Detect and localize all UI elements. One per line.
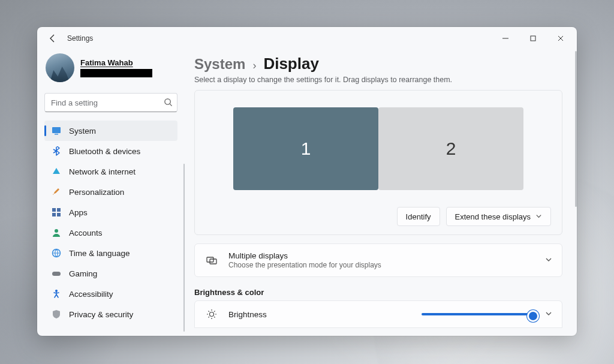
brightness-title: Brightness [228,310,412,319]
avatar [46,53,74,82]
monitor-label: 2 [446,139,456,159]
svg-rect-5 [57,208,61,212]
sidebar-item-label: Privacy & security [69,310,133,319]
person-icon [52,228,61,237]
svg-rect-4 [52,208,56,212]
nav-list: System Bluetooth & devices Network & int… [44,121,177,324]
sidebar-item-label: Accessibility [69,290,113,299]
settings-window: Settings Fatima Wahab [37,27,577,336]
multiple-displays-card[interactable]: Multiple displays Choose the presentatio… [194,243,562,277]
sidebar-item-accounts[interactable]: Accounts [44,222,177,243]
sidebar-item-label: System [69,127,96,136]
svg-rect-10 [52,272,61,276]
bluetooth-icon [52,146,61,156]
sidebar-item-label: Apps [69,208,88,217]
globe-icon [52,248,61,258]
svg-rect-2 [52,127,61,133]
section-brightness-label: Brightness & color [194,288,562,297]
sidebar-item-label: Bluetooth & devices [69,147,140,156]
sidebar-item-gaming[interactable]: Gaming [44,263,177,284]
sidebar-item-apps[interactable]: Apps [44,202,177,222]
profile-block[interactable]: Fatima Wahab [44,52,177,88]
sidebar-item-label: Time & language [69,249,130,258]
identify-button[interactable]: Identify [397,207,440,226]
svg-point-8 [55,229,58,233]
sidebar-item-privacy[interactable]: Privacy & security [44,304,177,324]
maximize-button[interactable] [519,27,547,50]
close-button[interactable] [547,27,574,50]
profile-email-redacted [80,69,152,77]
shield-icon [52,309,61,319]
brightness-card[interactable]: Brightness [194,300,562,328]
svg-point-1 [165,99,170,104]
main-scrollbar[interactable] [575,51,577,207]
breadcrumb: System › Display [194,55,562,73]
profile-name: Fatima Wahab [80,58,152,67]
card-subtitle: Choose the presentation mode for your di… [228,261,535,269]
accessibility-icon [52,289,61,299]
sidebar: Fatima Wahab System Bluetooth & devices [37,50,185,336]
chevron-right-icon: › [252,59,256,72]
svg-point-14 [210,312,214,317]
page-subheading: Select a display to change the settings … [194,76,562,84]
sidebar-item-label: Personalization [69,188,124,197]
maximize-icon [530,35,536,41]
search-wrap [44,93,177,112]
card-title: Multiple displays [228,251,535,260]
chevron-down-icon [545,309,552,320]
monitor-label: 1 [301,139,311,159]
extend-displays-dropdown[interactable]: Extend these displays [446,207,551,226]
sun-icon [204,308,219,320]
page-title: Display [263,55,319,73]
apps-icon [52,207,61,217]
main-content: System › Display Select a display to cha… [185,50,577,336]
gamepad-icon [52,269,61,278]
sidebar-item-network[interactable]: Network & internet [44,161,177,182]
dropdown-label: Extend these displays [455,212,531,221]
monitor-1[interactable]: 1 [233,107,378,190]
svg-rect-0 [531,36,535,41]
back-button[interactable] [44,30,61,47]
sidebar-item-bluetooth[interactable]: Bluetooth & devices [44,141,177,161]
chevron-down-icon [545,255,552,266]
multiple-displays-icon [204,254,219,266]
sidebar-item-label: Gaming [69,269,97,278]
network-icon [52,167,61,176]
monitor-2[interactable]: 2 [378,107,523,190]
svg-rect-6 [52,213,56,216]
search-input[interactable] [44,93,177,112]
sidebar-item-label: Network & internet [69,167,136,176]
search-icon [164,98,173,109]
button-label: Identify [406,212,431,221]
sidebar-item-label: Accounts [69,228,103,237]
close-icon [558,35,564,41]
breadcrumb-parent[interactable]: System [194,56,245,73]
sidebar-item-personalization[interactable]: Personalization [44,182,177,202]
minimize-icon [502,35,508,41]
svg-rect-7 [57,213,61,216]
display-icon [52,126,61,136]
sidebar-item-time-language[interactable]: Time & language [44,243,177,263]
monitor-canvas[interactable]: 1 2 [206,107,551,190]
paintbrush-icon [52,187,61,197]
sidebar-item-accessibility[interactable]: Accessibility [44,284,177,304]
minimize-button[interactable] [492,27,519,50]
app-title: Settings [67,34,93,43]
title-bar: Settings [37,27,577,50]
chevron-down-icon [535,212,542,221]
window-controls [492,27,574,50]
arrow-left-icon [48,34,58,43]
svg-rect-3 [55,134,58,135]
display-arrangement-panel: 1 2 Identify Extend these displays [194,90,562,235]
brightness-slider[interactable] [422,313,535,315]
sidebar-item-system[interactable]: System [44,121,177,141]
